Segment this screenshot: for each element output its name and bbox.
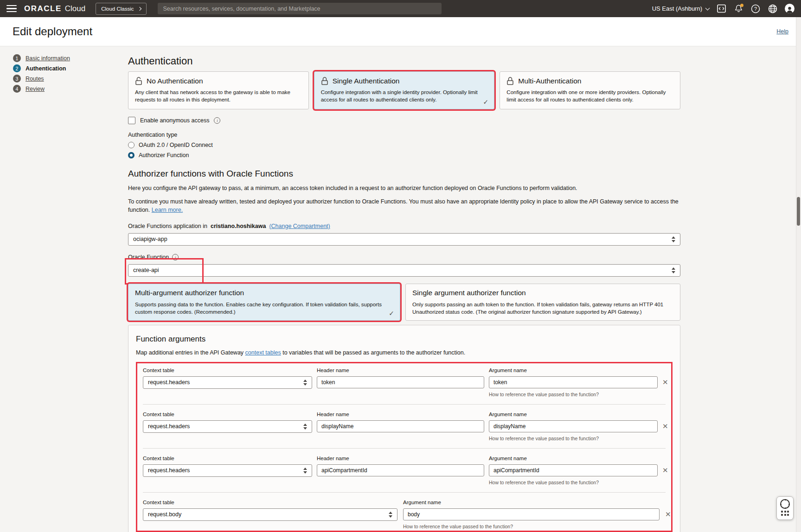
step-authentication[interactable]: 2 Authentication	[13, 64, 70, 72]
notification-dot	[740, 4, 743, 7]
radio-oauth[interactable]: OAuth 2.0 / OpenID Connect	[128, 142, 680, 148]
cloud-classic-label: Cloud Classic	[101, 6, 134, 12]
info-icon[interactable]: i	[172, 254, 179, 260]
page-header: Edit deployment Help	[0, 17, 801, 46]
radio-label: Authorizer Function	[139, 152, 189, 158]
argument-name-label: Argument name	[489, 367, 658, 373]
argument-name-label: Argument name	[489, 456, 658, 461]
brand-cloud: Cloud	[65, 4, 85, 13]
argument-name-input[interactable]	[408, 511, 655, 518]
card-single-authentication[interactable]: Single Authentication Configure integrat…	[314, 71, 495, 109]
anonymous-access-checkbox[interactable]	[128, 117, 135, 124]
argument-row: Context table request.headers Header nam…	[143, 456, 666, 485]
oracle-cloud-console: ORACLE Cloud Cloud Classic US East (Ashb…	[0, 0, 801, 532]
argument-name-input[interactable]	[493, 467, 653, 474]
step-label: Basic information	[26, 55, 70, 62]
step-basic-information[interactable]: 1 Basic information	[13, 54, 70, 62]
argument-helper-text: How to reference the value passed to the…	[489, 436, 658, 441]
authorizer-paragraph-2: To continue you must have already writte…	[128, 197, 680, 214]
oracle-function-label: Oracle Function	[128, 254, 169, 260]
context-table-label: Context table	[143, 367, 312, 373]
chevron-right-icon	[137, 6, 141, 10]
intro-text: to variables that will be passed as argu…	[282, 349, 465, 356]
brand-oracle: ORACLE	[24, 4, 62, 13]
dots-grid-icon	[781, 511, 789, 516]
authorizer-heading: Authorizer functions with Oracle Functio…	[128, 169, 680, 179]
step-number: 4	[13, 85, 21, 93]
step-number: 3	[13, 75, 21, 82]
card-single-argument[interactable]: Single argument authorizer function Only…	[405, 284, 680, 321]
row-divider	[143, 448, 666, 449]
card-multi-authentication[interactable]: Multi-Authentication Configure integrati…	[500, 71, 680, 109]
main-panel: Authentication No Authentication Any cli…	[128, 46, 680, 532]
card-title: Multi-Authentication	[518, 77, 581, 85]
remove-argument-icon[interactable]: ✕	[662, 379, 668, 386]
wizard-steps: 1 Basic information 2 Authentication 3 R…	[13, 54, 70, 93]
globe-language-icon[interactable]	[768, 4, 778, 14]
topbar: ORACLE Cloud Cloud Classic US East (Ashb…	[0, 0, 801, 17]
row-divider	[143, 492, 666, 493]
header-name-input[interactable]	[321, 379, 480, 386]
section-heading-authentication: Authentication	[128, 55, 680, 67]
card-no-authentication[interactable]: No Authentication Any client that has ne…	[128, 71, 309, 109]
scrollbar-track[interactable]	[796, 17, 801, 532]
assistant-widget[interactable]	[776, 496, 794, 520]
learn-more-link[interactable]: Learn more.	[152, 207, 183, 213]
argument-helper-text: How to reference the value passed to the…	[489, 480, 658, 485]
oracle-cloud-logo[interactable]: ORACLE Cloud	[24, 4, 85, 13]
change-compartment-link[interactable]: (Change Compartment)	[269, 223, 330, 229]
remove-argument-icon[interactable]: ✕	[665, 511, 671, 518]
remove-argument-icon[interactable]: ✕	[662, 423, 668, 430]
header-name-input[interactable]	[321, 423, 480, 430]
card-multi-argument[interactable]: Multi-argument authorizer function Suppo…	[128, 284, 400, 321]
step-number: 1	[13, 54, 21, 62]
user-avatar-icon[interactable]	[785, 4, 795, 13]
oracle-function-select[interactable]: create-api	[128, 264, 680, 277]
auth-type-label: Authentication type	[128, 132, 680, 138]
step-routes[interactable]: 3 Routes	[13, 75, 70, 82]
remove-argument-icon[interactable]: ✕	[662, 467, 668, 474]
context-table-select[interactable]: request.headers	[143, 464, 312, 477]
select-updown-icon	[672, 236, 675, 242]
search-input[interactable]	[158, 3, 442, 14]
selected-check-icon: ✓	[389, 310, 394, 317]
topbar-right: US East (Ashburn) ?	[652, 4, 795, 14]
argument-name-input[interactable]	[493, 379, 653, 386]
context-table-select[interactable]: request.headers	[143, 420, 312, 433]
assistant-ring-icon	[780, 499, 790, 509]
radio-authorizer-function[interactable]: Authorizer Function	[128, 152, 680, 158]
card-description: Only supports passing an auth token to t…	[412, 301, 673, 316]
step-label: Review	[26, 86, 45, 92]
argument-name-input[interactable]	[493, 423, 653, 430]
radio-icon	[128, 142, 135, 148]
help-link[interactable]: Help	[776, 28, 788, 35]
chevron-down-icon	[705, 6, 710, 10]
header-name-input[interactable]	[321, 467, 480, 474]
hamburger-menu-icon[interactable]	[6, 5, 17, 13]
header-name-label: Header name	[317, 456, 484, 461]
card-title: Single argument authorizer function	[412, 289, 673, 297]
header-name-label: Header name	[317, 367, 484, 373]
step-review[interactable]: 4 Review	[13, 85, 70, 93]
region-selector[interactable]: US East (Ashburn)	[652, 5, 709, 12]
page-title: Edit deployment	[13, 25, 92, 38]
context-table-select[interactable]: request.body	[143, 508, 397, 521]
cloud-classic-button[interactable]: Cloud Classic	[96, 3, 146, 15]
lock-closed-icon	[506, 77, 514, 85]
context-tables-link[interactable]: context tables	[245, 349, 281, 356]
scrollbar-thumb[interactable]	[797, 197, 800, 226]
radio-selected-icon	[128, 152, 135, 158]
help-icon[interactable]: ?	[750, 4, 761, 14]
radio-label: OAuth 2.0 / OpenID Connect	[139, 142, 213, 148]
context-table-select[interactable]: request.headers	[143, 376, 312, 389]
row-divider	[143, 404, 666, 405]
notifications-bell-icon[interactable]	[733, 4, 743, 14]
cloud-shell-icon[interactable]	[716, 4, 726, 14]
oracle-function-label-row: Oracle Function i	[128, 254, 680, 260]
info-icon[interactable]: i	[214, 117, 220, 124]
select-updown-icon	[303, 380, 307, 386]
application-select[interactable]: ociapigw-app	[128, 233, 680, 246]
auth-cards-row: No Authentication Any client that has ne…	[128, 71, 680, 109]
context-table-label: Context table	[143, 412, 312, 417]
annotation-red-box-arguments: Context table request.headers Header nam…	[136, 362, 673, 532]
